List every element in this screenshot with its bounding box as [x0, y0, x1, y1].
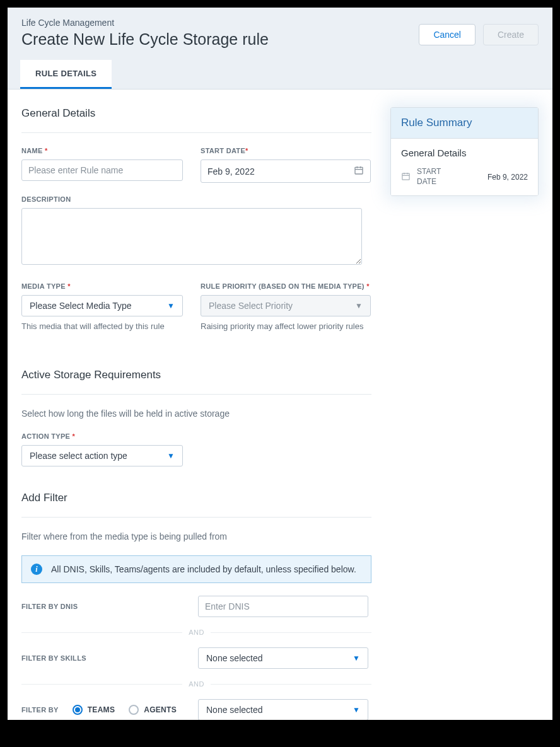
filter-and-separator: AND	[21, 628, 371, 636]
filter-subtext: Filter where from the media type is bein…	[21, 531, 371, 541]
summary-start-label: START DATE	[417, 167, 450, 187]
info-banner: i All DNIS, Skills, Teams/agents are inc…	[21, 555, 371, 583]
summary-start-value: Feb 9, 2022	[487, 173, 528, 182]
radio-teams[interactable]: TEAMS	[73, 705, 115, 715]
description-textarea[interactable]	[21, 208, 362, 265]
breadcrumb: Life Cycle Management	[21, 18, 419, 28]
start-date-value: Feb 9, 2022	[207, 166, 354, 177]
filter-and-separator: AND	[21, 680, 371, 688]
tab-rule-details[interactable]: RULE DETAILS	[20, 60, 112, 89]
action-type-select[interactable]: Please select action type ▼	[21, 445, 183, 466]
tabs-bar: RULE DETAILS	[8, 60, 552, 90]
summary-section-title: General Details	[401, 148, 528, 158]
radio-agents[interactable]: AGENTS	[129, 705, 177, 715]
priority-select[interactable]: Please Select Priority ▼	[201, 295, 371, 316]
calendar-icon	[401, 171, 411, 183]
storage-subtext: Select how long the files will be held i…	[21, 408, 371, 419]
page-header: Life Cycle Management Create New Life Cy…	[8, 8, 552, 60]
priority-helper: Raising priority may affect lower priori…	[201, 321, 371, 331]
filter-skills-label: FILTER BY SKILLS	[21, 654, 179, 662]
chevron-down-icon: ▼	[167, 451, 175, 460]
rule-summary-panel: Rule Summary General Details START DATE …	[390, 107, 539, 196]
info-icon: i	[31, 564, 42, 575]
media-type-placeholder: Please Select Media Type	[30, 301, 132, 311]
cancel-button[interactable]: Cancel	[419, 24, 475, 45]
filter-dnis-label: FILTER BY DNIS	[21, 603, 179, 610]
section-storage-title: Active Storage Requirements	[21, 369, 371, 381]
info-text: All DNIS, Skills, Teams/agents are inclu…	[51, 564, 356, 574]
page-title: Create New Life Cycle Storage rule	[21, 30, 419, 49]
filter-skills-placeholder: None selected	[206, 653, 263, 663]
section-filter-title: Add Filter	[21, 492, 371, 504]
name-input[interactable]	[21, 159, 183, 181]
filter-by-placeholder: None selected	[206, 705, 263, 715]
description-label: DESCRIPTION	[21, 195, 371, 203]
filter-by-select[interactable]: None selected ▼	[198, 699, 368, 720]
chevron-down-icon: ▼	[353, 654, 360, 663]
media-type-helper: This media that will affected by this ru…	[21, 321, 183, 331]
chevron-down-icon: ▼	[353, 705, 360, 714]
chevron-down-icon: ▼	[167, 301, 175, 310]
start-date-label: START DATE*	[201, 147, 371, 154]
filter-dnis-input[interactable]	[198, 596, 368, 617]
divider	[21, 132, 371, 133]
summary-title: Rule Summary	[401, 117, 528, 129]
priority-placeholder: Please Select Priority	[209, 301, 293, 311]
svg-rect-4	[402, 173, 409, 180]
divider	[21, 517, 371, 518]
name-label: NAME *	[21, 147, 183, 154]
media-type-select[interactable]: Please Select Media Type ▼	[21, 295, 183, 316]
filter-skills-select[interactable]: None selected ▼	[198, 647, 368, 669]
create-button[interactable]: Create	[483, 24, 539, 45]
section-general-title: General Details	[21, 107, 371, 120]
priority-label: RULE PRIORITY (BASED ON THE MEDIA TYPE) …	[201, 282, 371, 290]
action-type-placeholder: Please select action type	[30, 451, 127, 461]
filter-by-label: FILTER BY	[21, 706, 59, 714]
chevron-down-icon: ▼	[355, 301, 363, 310]
calendar-icon	[354, 165, 364, 177]
start-date-input[interactable]: Feb 9, 2022	[201, 159, 371, 183]
divider	[21, 394, 371, 395]
svg-rect-0	[355, 167, 363, 174]
action-type-label: ACTION TYPE *	[21, 432, 183, 440]
media-type-label: MEDIA TYPE *	[21, 282, 183, 290]
summary-start-date-row: START DATE Feb 9, 2022	[401, 167, 528, 187]
